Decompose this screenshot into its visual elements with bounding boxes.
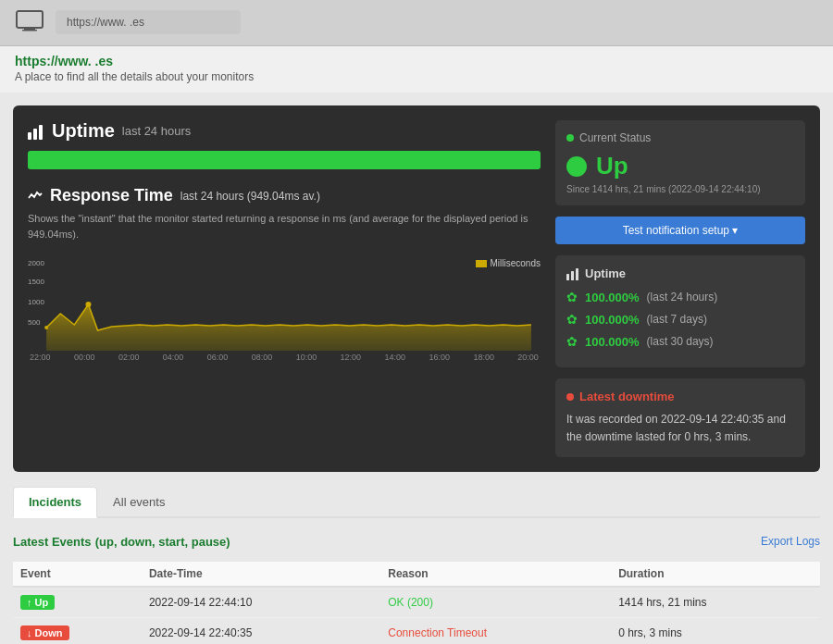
datetime-cell-2: 2022-09-14 22:40:35 bbox=[142, 618, 380, 644]
svg-point-11 bbox=[85, 302, 91, 307]
svg-rect-0 bbox=[17, 11, 43, 28]
response-description: Shows the "instant" that the monitor sta… bbox=[28, 211, 541, 242]
event-cell-1: ↑ Up bbox=[13, 587, 142, 618]
tabs-container: Incidents All events bbox=[13, 487, 820, 518]
svg-rect-3 bbox=[28, 132, 31, 140]
svg-text:2000: 2000 bbox=[28, 259, 44, 267]
site-header-bar: https://www. .es A place to find all the… bbox=[0, 46, 833, 93]
col-event: Event bbox=[13, 562, 142, 587]
svg-rect-4 bbox=[33, 129, 37, 140]
status-up-display: Up bbox=[566, 152, 794, 180]
col-datetime: Date-Time bbox=[142, 562, 380, 587]
tab-incidents[interactable]: Incidents bbox=[13, 487, 97, 518]
site-tagline: A place to find all the details about yo… bbox=[15, 70, 818, 83]
svg-rect-2 bbox=[22, 30, 37, 31]
export-logs-button[interactable]: Export Logs bbox=[761, 535, 820, 548]
reason-timeout: Connection Timeout bbox=[388, 626, 487, 639]
events-table: Event Date-Time Reason Duration ↑ Up 202… bbox=[13, 562, 820, 644]
table-header-row: Event Date-Time Reason Duration bbox=[13, 562, 820, 587]
badge-down: ↓ Down bbox=[20, 625, 69, 640]
dashboard-left: Uptime last 24 hours Response Time last … bbox=[28, 120, 541, 457]
duration-cell-2: 0 hrs, 3 mins bbox=[611, 618, 820, 644]
status-dot bbox=[566, 134, 574, 142]
header: https://www. .es bbox=[0, 0, 833, 46]
downtime-dot bbox=[566, 393, 574, 401]
table-row: ↓ Down 2022-09-14 22:40:35 Connection Ti… bbox=[13, 618, 820, 644]
uptime-bar bbox=[28, 151, 541, 169]
current-status-header: Current Status bbox=[566, 131, 794, 144]
url-bar[interactable]: https://www. .es bbox=[56, 10, 241, 34]
svg-marker-10 bbox=[46, 304, 531, 351]
col-duration: Duration bbox=[611, 562, 820, 587]
uptime-bar-fill bbox=[28, 151, 541, 169]
chart-x-labels: 22:00 00:00 02:00 04:00 06:00 08:00 10:0… bbox=[28, 353, 541, 362]
reason-cell-1: OK (200) bbox=[380, 587, 611, 618]
uptime-stat-30d: ✿ 100.000% (last 30 days) bbox=[566, 334, 794, 349]
uptime-right-box: Uptime ✿ 100.000% (last 24 hours) ✿ 100.… bbox=[555, 255, 805, 367]
downtime-text: It was recorded on 2022-09-14 22:40:35 a… bbox=[566, 411, 794, 446]
site-url[interactable]: https://www. .es bbox=[15, 54, 818, 68]
reason-ok: OK (200) bbox=[388, 596, 433, 609]
uptime-section-title: Uptime last 24 hours bbox=[28, 120, 541, 142]
gear-icon-2: ✿ bbox=[566, 312, 578, 327]
gear-icon-1: ✿ bbox=[566, 290, 578, 304]
uptime-right-title: Uptime bbox=[566, 266, 794, 280]
downtime-header: Latest downtime bbox=[566, 390, 794, 403]
duration-cell-1: 1414 hrs, 21 mins bbox=[611, 587, 820, 618]
svg-rect-15 bbox=[576, 268, 578, 280]
table-row: ↑ Up 2022-09-14 22:44:10 OK (200) 1414 h… bbox=[13, 587, 820, 618]
datetime-cell-1: 2022-09-14 22:44:10 bbox=[142, 587, 380, 618]
svg-rect-5 bbox=[39, 125, 43, 140]
col-reason: Reason bbox=[380, 562, 611, 587]
chart-container: Milliseconds 2000 1500 1000 500 bbox=[28, 258, 541, 378]
event-cell-2: ↓ Down bbox=[13, 618, 142, 644]
current-status-box: Current Status Up Since 1414 hrs, 21 min… bbox=[555, 120, 805, 205]
dashboard-card: Uptime last 24 hours Response Time last … bbox=[13, 105, 820, 472]
test-notification-button[interactable]: Test notification setup ▾ bbox=[555, 217, 805, 244]
svg-text:1500: 1500 bbox=[28, 278, 44, 286]
tab-all-events[interactable]: All events bbox=[97, 487, 180, 516]
svg-rect-14 bbox=[571, 271, 574, 280]
svg-text:500: 500 bbox=[28, 318, 41, 327]
response-time-title: Response Time last 24 hours (949.04ms av… bbox=[28, 186, 541, 205]
events-section: Export Logs Latest Events (up, down, sta… bbox=[13, 533, 820, 644]
events-title: Latest Events (up, down, start, pause) bbox=[13, 533, 820, 549]
gear-icon-3: ✿ bbox=[566, 334, 578, 349]
uptime-stat-7d: ✿ 100.000% (last 7 days) bbox=[566, 312, 794, 327]
response-chart: 2000 1500 1000 500 bbox=[28, 258, 541, 351]
dashboard-right: Current Status Up Since 1414 hrs, 21 min… bbox=[555, 120, 805, 457]
badge-up: ↑ Up bbox=[20, 595, 55, 610]
reason-cell-2: Connection Timeout bbox=[380, 618, 611, 644]
svg-rect-13 bbox=[566, 274, 569, 280]
monitor-icon bbox=[15, 9, 44, 34]
latest-downtime-box: Latest downtime It was recorded on 2022-… bbox=[555, 378, 805, 457]
main-content: Uptime last 24 hours Response Time last … bbox=[0, 93, 833, 644]
status-since: Since 1414 hrs, 21 mins (2022-09-14 22:4… bbox=[566, 184, 794, 194]
svg-text:1000: 1000 bbox=[28, 298, 44, 306]
chart-area: 2000 1500 1000 500 bbox=[28, 258, 541, 351]
uptime-stat-24h: ✿ 100.000% (last 24 hours) bbox=[566, 290, 794, 304]
svg-rect-1 bbox=[24, 28, 35, 30]
events-header-row: Export Logs Latest Events (up, down, sta… bbox=[13, 533, 820, 556]
svg-point-12 bbox=[44, 326, 48, 329]
status-up-circle bbox=[566, 156, 587, 177]
